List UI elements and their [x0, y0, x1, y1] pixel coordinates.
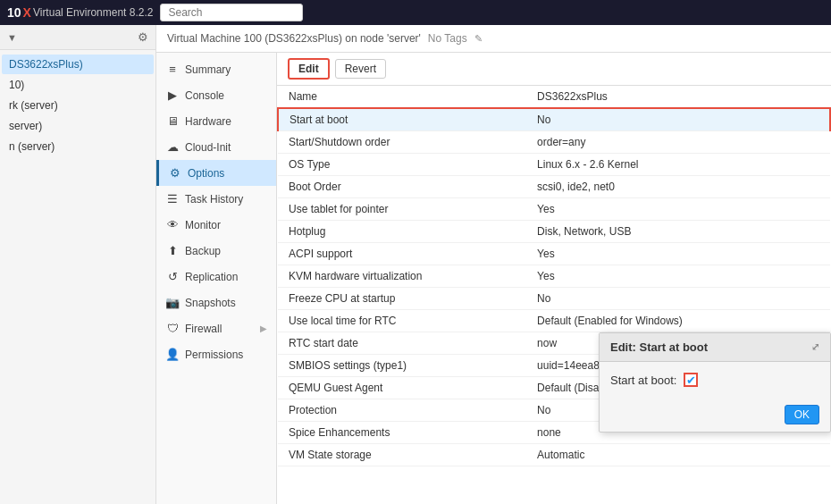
summary-icon: ≡ — [165, 63, 180, 76]
tree-item-label: n (server) — [9, 140, 55, 153]
option-key: Hotplug — [278, 221, 526, 243]
search-input[interactable] — [160, 4, 303, 21]
popup-footer: OK — [600, 398, 830, 432]
nav-item-task-history[interactable]: ☰ Task History — [156, 186, 276, 212]
option-key: Start/Shutdown order — [278, 131, 526, 154]
content-header: Virtual Machine 100 (DS3622xsPlus) on no… — [156, 25, 831, 53]
table-row: Start/Shutdown order order=any — [278, 131, 830, 154]
start-at-boot-checkbox[interactable]: ✔ — [684, 373, 698, 387]
sidebar-item-ds3622[interactable]: DS3622xsPlus) — [2, 55, 154, 74]
no-tags-link[interactable]: No Tags — [428, 32, 467, 45]
nav-item-monitor[interactable]: 👁 Monitor — [156, 212, 276, 238]
nav-item-permissions[interactable]: 👤 Permissions — [156, 341, 276, 367]
option-key: Freeze CPU at startup — [278, 288, 526, 310]
nav-label-replication: Replication — [185, 271, 238, 283]
firewall-icon: 🛡 — [165, 322, 180, 335]
edit-button[interactable]: Edit — [288, 58, 330, 80]
option-value: scsi0, ide2, net0 — [526, 176, 830, 198]
option-key: Protection — [278, 399, 526, 422]
task-history-icon: ☰ — [165, 192, 180, 206]
toolbar: Edit Revert — [277, 53, 831, 86]
replication-icon: ↺ — [165, 270, 180, 283]
right-content: Virtual Machine 100 (DS3622xsPlus) on no… — [156, 25, 831, 504]
nav-label-firewall: Firewall — [185, 323, 222, 335]
firewall-arrow: ▶ — [260, 323, 267, 333]
nav-label-backup: Backup — [185, 245, 221, 257]
option-value: order=any — [526, 131, 830, 154]
option-value: Yes — [526, 198, 830, 221]
snapshots-icon: 📷 — [165, 296, 180, 309]
sidebar-gear-icon[interactable]: ⚙ — [138, 30, 148, 44]
nav-item-summary[interactable]: ≡ Summary — [156, 56, 276, 82]
left-sidebar: ▼ ⚙ DS3622xsPlus) 10) rk (server) server… — [0, 25, 156, 504]
checkbox-checkmark: ✔ — [686, 374, 696, 387]
options-icon: ⚙ — [168, 166, 182, 180]
table-row: Boot Order scsi0, ide2, net0 — [278, 176, 830, 198]
table-row: Use tablet for pointer Yes — [278, 198, 830, 221]
table-row: OS Type Linux 6.x - 2.6 Kernel — [278, 154, 830, 176]
tag-edit-icon[interactable]: ✎ — [474, 33, 483, 45]
popup-body: Start at boot: ✔ — [600, 362, 830, 398]
revert-button[interactable]: Revert — [335, 59, 386, 79]
nav-item-firewall[interactable]: 🛡 Firewall ▶ — [156, 315, 276, 341]
nav-item-hardware[interactable]: 🖥 Hardware — [156, 108, 276, 134]
table-row: Use local time for RTC Default (Enabled … — [278, 310, 830, 332]
option-value: Yes — [526, 265, 830, 288]
nav-item-console[interactable]: ▶ Console — [156, 82, 276, 108]
option-value: No — [526, 108, 830, 131]
option-key: KVM hardware virtualization — [278, 265, 526, 288]
ok-button[interactable]: OK — [785, 405, 819, 424]
option-value: Automatic — [526, 444, 830, 466]
option-key: ACPI support — [278, 243, 526, 265]
option-key: OS Type — [278, 154, 526, 176]
sidebar-item-network[interactable]: rk (server) — [2, 96, 154, 115]
table-row: KVM hardware virtualization Yes — [278, 265, 830, 288]
nav-item-snapshots[interactable]: 📷 Snapshots — [156, 290, 276, 315]
option-key: Boot Order — [278, 176, 526, 198]
option-key: QEMU Guest Agent — [278, 377, 526, 399]
edit-start-at-boot-dialog[interactable]: Edit: Start at boot ⤢ Start at boot: ✔ O… — [599, 332, 831, 433]
nav-item-replication[interactable]: ↺ Replication — [156, 264, 276, 290]
nav-menu: ≡ Summary ▶ Console 🖥 Hardware ☁ Cloud-I… — [156, 53, 277, 504]
nav-item-options[interactable]: ⚙ Options — [156, 160, 276, 186]
table-row-start-at-boot[interactable]: Start at boot No — [278, 108, 830, 131]
sidebar-tree: DS3622xsPlus) 10) rk (server) server) n … — [0, 50, 155, 504]
table-row: Name DS3622xsPlus — [278, 86, 830, 108]
top-bar: 10X Virtual Environment 8.2.2 — [0, 0, 831, 25]
sidebar-item-server[interactable]: server) — [2, 116, 154, 136]
main-layout: ▼ ⚙ DS3622xsPlus) 10) rk (server) server… — [0, 25, 831, 504]
vm-title: Virtual Machine 100 (DS3622xsPlus) on no… — [167, 32, 421, 45]
nav-label-permissions: Permissions — [185, 349, 243, 361]
sidebar-item-n[interactable]: n (server) — [2, 137, 154, 156]
option-key: Use local time for RTC — [278, 310, 526, 332]
tree-item-label: DS3622xsPlus) — [9, 58, 83, 71]
option-key: SMBIOS settings (type1) — [278, 355, 526, 377]
start-at-boot-label: Start at boot: — [610, 374, 676, 387]
nav-label-options: Options — [188, 167, 224, 180]
nav-item-cloud-init[interactable]: ☁ Cloud-Init — [156, 134, 276, 160]
tree-item-label: rk (server) — [9, 99, 58, 112]
option-key: Start at boot — [278, 108, 526, 131]
nav-label-task-history: Task History — [185, 193, 243, 206]
option-key: Use tablet for pointer — [278, 198, 526, 221]
app-name: Virtual Environment 8.2.2 — [33, 6, 154, 19]
table-row: VM State storage Automatic — [278, 444, 830, 466]
option-key: VM State storage — [278, 444, 526, 466]
cloud-init-icon: ☁ — [165, 140, 180, 154]
logo-x: X — [23, 5, 31, 20]
nav-label-summary: Summary — [185, 63, 231, 76]
popup-expand-icon[interactable]: ⤢ — [811, 341, 819, 353]
inner-layout: ≡ Summary ▶ Console 🖥 Hardware ☁ Cloud-I… — [156, 53, 831, 504]
nav-item-backup[interactable]: ⬆ Backup — [156, 238, 276, 264]
option-key: RTC start date — [278, 332, 526, 355]
sidebar-dropdown-arrow[interactable]: ▼ — [7, 32, 17, 43]
sidebar-header: ▼ ⚙ — [0, 25, 155, 50]
popup-header: Edit: Start at boot ⤢ — [600, 333, 830, 362]
nav-label-console: Console — [185, 89, 224, 102]
nav-label-cloud-init: Cloud-Init — [185, 141, 231, 154]
sidebar-item-10[interactable]: 10) — [2, 75, 154, 95]
option-key: Name — [278, 86, 526, 108]
console-icon: ▶ — [165, 88, 180, 102]
main-panel: Edit Revert Name DS3622xsPlus Start at b… — [277, 53, 831, 504]
app-logo: 10X Virtual Environment 8.2.2 — [7, 5, 153, 20]
